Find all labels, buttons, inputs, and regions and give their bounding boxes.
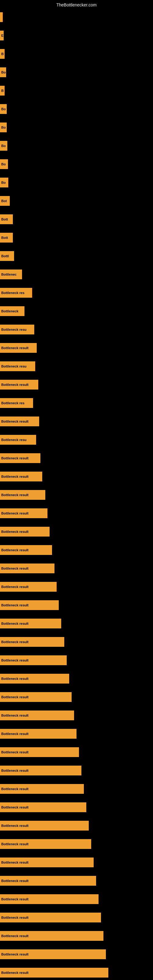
bar-row: Bottleneck resu: [0, 358, 153, 374]
bar-label: Bottleneck result: [0, 750, 29, 754]
bar: Bottleneck resu: [0, 435, 36, 445]
bar-label: Bottleneck result: [0, 842, 29, 846]
bar: Bottleneck result: [0, 655, 67, 665]
bar: Bott: [0, 233, 13, 243]
bar: B: [0, 49, 5, 59]
bar-row: Bottleneck result: [0, 836, 153, 852]
bar: Bottleneck result: [0, 821, 89, 830]
bar: Bottleneck result: [0, 453, 40, 463]
bar-label: Bottleneck result: [0, 953, 29, 956]
bar-row: Bottleneck result: [0, 873, 153, 889]
bar-row: Bottleneck result: [0, 744, 153, 760]
bar-row: Bottleneck result: [0, 414, 153, 430]
bar: Bottleneck result: [0, 729, 76, 739]
bar-row: Bottl: [0, 248, 153, 264]
bar-row: Bottleneck result: [0, 542, 153, 558]
bar: Bottleneck result: [0, 876, 96, 886]
bar-label: Bottleneck result: [0, 677, 29, 681]
bar-row: Bottleneck result: [0, 928, 153, 944]
bar: Bottleneck result: [0, 968, 108, 978]
bar: Bottleneck result: [0, 766, 81, 775]
bar: Bottleneck resu: [0, 325, 34, 334]
bar-row: Bottleneck result: [0, 910, 153, 926]
bar-label: Bo: [0, 162, 6, 166]
bar-row: Bottleneck resu: [0, 432, 153, 448]
bar-label: Bottleneck result: [0, 769, 29, 772]
bar-row: E: [0, 27, 153, 43]
bar-row: Bottleneck result: [0, 671, 153, 687]
bar-row: Bo: [0, 119, 153, 135]
bar-row: Bott: [0, 211, 153, 227]
bar-label: B: [0, 52, 4, 56]
bar-label: Bottleneck result: [0, 934, 29, 938]
bar-label: Bottleneck result: [0, 640, 29, 644]
bar: Bo: [0, 159, 8, 169]
bar: Bottl: [0, 251, 14, 261]
bar-row: Bo: [0, 138, 153, 154]
bar-row: Bottleneck result: [0, 524, 153, 539]
bar: Bottleneck result: [0, 894, 99, 904]
bar: Bottleneck result: [0, 527, 49, 536]
bar: Bottleneck: [0, 306, 24, 316]
bar: Bo: [0, 104, 7, 114]
bar: Bottleneck result: [0, 582, 57, 592]
bar-row: Bottleneck result: [0, 487, 153, 503]
bar: Bottleneck result: [0, 600, 59, 610]
bar-label: Bottleneck result: [0, 475, 29, 478]
bar-label: Bott: [0, 236, 8, 240]
bar-row: Bot: [0, 193, 153, 209]
bar-label: Bottleneck result: [0, 493, 29, 497]
bar-row: Bottleneck: [0, 303, 153, 319]
bar-label: Bottleneck result: [0, 548, 29, 552]
bar-row: Bottlenec: [0, 266, 153, 282]
bar-label: Bottleneck result: [0, 420, 29, 423]
bar-label: Bottleneck result: [0, 530, 29, 533]
bar: Bo: [0, 67, 6, 77]
bar-label: Bottleneck result: [0, 346, 29, 350]
bar-label: Bottleneck result: [0, 695, 29, 699]
bar-row: Bottleneck result: [0, 726, 153, 742]
bar-label: Bottleneck result: [0, 659, 29, 662]
bar: [0, 12, 3, 22]
bar: Bottleneck result: [0, 508, 48, 518]
bar-row: Bottleneck resu: [0, 321, 153, 337]
bar: Bottleneck result: [0, 380, 38, 390]
bar-label: Bott: [0, 218, 8, 221]
bar: Bott: [0, 215, 13, 224]
bar-label: Bottleneck result: [0, 585, 29, 589]
bar: Bottleneck result: [0, 692, 72, 702]
bar: Bot: [0, 196, 10, 206]
bar: Bottleneck result: [0, 619, 61, 628]
bar-label: Bottleneck result: [0, 456, 29, 460]
bar-row: Bo: [0, 64, 153, 80]
bar-row: Bottleneck result: [0, 965, 153, 980]
bar-label: Bottleneck result: [0, 879, 29, 883]
bar-row: Bottleneck result: [0, 891, 153, 907]
bar: E: [0, 30, 4, 40]
bar-row: Bottleneck result: [0, 689, 153, 705]
bar-label: Bottleneck result: [0, 824, 29, 827]
bar-row: Bottleneck result: [0, 469, 153, 485]
bar: Bo: [0, 178, 8, 188]
bar: Bottleneck result: [0, 472, 42, 481]
bar-row: Bottleneck result: [0, 781, 153, 797]
bar-row: Bottleneck result: [0, 450, 153, 466]
site-title: TheBottlenecker.com: [56, 2, 97, 7]
bar-row: B: [0, 46, 153, 62]
bars-container: EBBoBBoBoBoBoBoBotBottBottBottlBottlenec…: [0, 9, 153, 980]
bar: Bottleneck result: [0, 839, 91, 849]
bar-label: Bottleneck result: [0, 622, 29, 625]
bar: Bottleneck result: [0, 674, 69, 684]
bar-label: Bottleneck result: [0, 566, 29, 570]
bar-row: B: [0, 83, 153, 99]
bar-row: Bo: [0, 156, 153, 172]
bar-row: Bottleneck result: [0, 377, 153, 393]
bar-label: Bo: [0, 107, 6, 111]
bar-label: Bottleneck resu: [0, 364, 27, 368]
bar-row: Bottleneck result: [0, 634, 153, 650]
bar-row: Bottleneck res: [0, 285, 153, 301]
bar-row: Bottleneck result: [0, 340, 153, 356]
bar-label: E: [0, 34, 3, 37]
bar: Bottleneck result: [0, 490, 45, 500]
bar: Bottleneck result: [0, 913, 101, 923]
